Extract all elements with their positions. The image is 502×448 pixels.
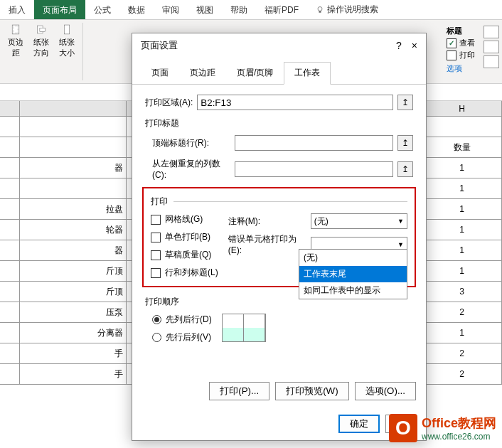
grid-cell[interactable]: 2 bbox=[422, 364, 502, 384]
top-row-input[interactable] bbox=[235, 135, 393, 151]
dialog-tabs: 页面 页边距 页眉/页脚 工作表 bbox=[132, 62, 426, 85]
row-header[interactable] bbox=[0, 343, 20, 363]
row-header[interactable] bbox=[0, 302, 20, 322]
ribbon-tab-pagelayout[interactable]: 页面布局 bbox=[34, 0, 85, 19]
size-icon bbox=[58, 24, 75, 36]
dialog-help-button[interactable]: ? bbox=[396, 40, 402, 51]
row-header[interactable] bbox=[0, 240, 20, 260]
dialog-body: 打印区域(A): ↥ 打印标题 顶端标题行(R): ↥ 从左侧重复的列数(C):… bbox=[132, 85, 426, 353]
grid-cell[interactable]: 手 bbox=[20, 364, 127, 384]
grid-cell[interactable]: 2 bbox=[422, 302, 502, 322]
grid-cell[interactable]: 拉盘 bbox=[20, 199, 127, 219]
ribbon-tab-formulas[interactable]: 公式 bbox=[85, 0, 119, 19]
dialog-tab-sheet[interactable]: 工作表 bbox=[284, 62, 331, 85]
left-col-label: 从左侧重复的列数(C): bbox=[152, 158, 230, 180]
ok-button[interactable]: 确定 bbox=[338, 415, 380, 433]
grid-cell[interactable]: 2 bbox=[422, 343, 502, 363]
margins-button[interactable]: 页边距 bbox=[4, 24, 27, 58]
blackwhite-checkbox[interactable]: 单色打印(B) bbox=[151, 231, 218, 243]
row-header[interactable] bbox=[0, 364, 20, 384]
svg-rect-5 bbox=[40, 28, 45, 31]
row-header[interactable] bbox=[0, 261, 20, 281]
order-over-radio[interactable]: 先行后列(V) bbox=[152, 331, 212, 343]
row-header[interactable] bbox=[0, 323, 20, 343]
ribbon-tab-review[interactable]: 审阅 bbox=[154, 0, 188, 19]
row-header[interactable] bbox=[0, 220, 20, 240]
grid-cell[interactable]: 1 bbox=[422, 178, 502, 198]
row-header[interactable] bbox=[0, 178, 20, 198]
row-header[interactable] bbox=[0, 282, 20, 302]
ribbon-tab-data[interactable]: 数据 bbox=[119, 0, 154, 19]
dropdown-item-displayed[interactable]: 如同工作表中的显示 bbox=[299, 282, 407, 299]
bring-forward-icon[interactable] bbox=[484, 26, 499, 38]
grid-cell[interactable] bbox=[20, 117, 127, 137]
dialog-tab-page[interactable]: 页面 bbox=[141, 62, 179, 84]
print-area-input[interactable] bbox=[197, 95, 393, 110]
dropdown-item-none[interactable]: (无) bbox=[299, 250, 407, 266]
grid-cell[interactable]: 1 bbox=[422, 261, 502, 281]
grid-cell[interactable] bbox=[422, 117, 502, 137]
collapse-icon[interactable]: ↥ bbox=[397, 135, 413, 151]
order-section: 打印顺序 先列后行(D) 先行后列(V) bbox=[145, 296, 413, 343]
ribbon-tab-help[interactable]: 帮助 bbox=[222, 0, 256, 19]
ribbon-tab-foxit[interactable]: 福昕PDF bbox=[256, 0, 307, 19]
row-header[interactable] bbox=[0, 117, 20, 137]
collapse-icon[interactable]: ↥ bbox=[397, 161, 413, 177]
orientation-button[interactable]: 纸张方向 bbox=[30, 24, 53, 58]
comments-combo[interactable]: (无) ▼ bbox=[311, 213, 407, 229]
grid-cell[interactable] bbox=[20, 178, 127, 198]
preview-button[interactable]: 打印预览(W) bbox=[275, 382, 348, 400]
row-header[interactable] bbox=[0, 199, 20, 219]
size-button[interactable]: 纸张大小 bbox=[55, 24, 78, 58]
grid-cell[interactable]: 1 bbox=[422, 199, 502, 219]
grid-cell[interactable]: 手 bbox=[20, 343, 127, 363]
grid-cell[interactable]: 1 bbox=[422, 158, 502, 178]
row-header[interactable] bbox=[0, 158, 20, 178]
titles-print-row[interactable]: 打印 bbox=[447, 50, 475, 60]
rowcol-checkbox[interactable]: 行和列标题(L) bbox=[151, 267, 218, 279]
dialog-close-button[interactable]: × bbox=[412, 40, 417, 51]
draft-checkbox[interactable]: 草稿质量(Q) bbox=[151, 249, 218, 261]
grid-cell[interactable]: 斤顶 bbox=[20, 261, 127, 281]
grid-cell[interactable]: 器 bbox=[20, 158, 127, 178]
ribbon-tab-view[interactable]: 视图 bbox=[188, 0, 222, 19]
grid-cell[interactable]: 3 bbox=[422, 282, 502, 302]
orientation-icon bbox=[33, 24, 50, 36]
ribbon-tell-me[interactable]: 操作说明搜索 bbox=[307, 0, 387, 19]
comments-label: 注释(M): bbox=[228, 215, 306, 228]
print-button[interactable]: 打印(P)... bbox=[209, 382, 269, 400]
view-checkbox[interactable] bbox=[447, 38, 456, 48]
options-link[interactable]: 选项 bbox=[447, 63, 475, 74]
dropdown-item-end[interactable]: 工作表末尾 bbox=[299, 266, 407, 282]
gridlines-checkbox[interactable]: 网格线(G) bbox=[151, 213, 218, 225]
left-col-input[interactable] bbox=[235, 161, 393, 177]
dialog-tab-margins[interactable]: 页边距 bbox=[179, 62, 226, 84]
print-checkbox[interactable] bbox=[447, 50, 456, 60]
grid-cell[interactable]: 1 bbox=[422, 323, 502, 343]
order-down-radio[interactable]: 先列后行(D) bbox=[152, 314, 212, 326]
grid-cell[interactable]: 压泵 bbox=[20, 302, 127, 322]
grid-cell[interactable]: 1 bbox=[422, 240, 502, 260]
collapse-icon[interactable]: ↥ bbox=[397, 95, 413, 110]
grid-cell[interactable]: 轮器 bbox=[20, 220, 127, 240]
send-backward-icon[interactable] bbox=[484, 41, 499, 53]
grid-cell[interactable]: 器 bbox=[20, 240, 127, 260]
col-header-h[interactable]: H bbox=[422, 101, 502, 116]
row-header[interactable] bbox=[0, 137, 20, 157]
options-button[interactable]: 选项(O)... bbox=[355, 382, 416, 400]
dialog-titlebar[interactable]: 页面设置 ? × bbox=[132, 33, 426, 58]
grid-cell[interactable]: 斤顶 bbox=[20, 282, 127, 302]
titles-group: 标题 查看 打印 选项 bbox=[441, 23, 481, 80]
orientation-label: 纸张方向 bbox=[30, 37, 53, 58]
errors-label: 错误单元格打印为(E): bbox=[228, 233, 306, 255]
grid-cell[interactable]: 分离器 bbox=[20, 323, 127, 343]
grid-cell[interactable]: 数量 bbox=[422, 137, 502, 157]
ribbon-tab-insert[interactable]: 插入 bbox=[0, 0, 34, 19]
grid-cell[interactable]: 1 bbox=[422, 220, 502, 240]
col-header-b[interactable] bbox=[20, 101, 127, 116]
titles-view-row[interactable]: 查看 bbox=[447, 38, 475, 48]
grid-cell[interactable] bbox=[20, 137, 127, 157]
selection-pane-icon[interactable] bbox=[484, 55, 499, 68]
select-all-corner[interactable] bbox=[0, 101, 20, 116]
dialog-tab-header[interactable]: 页眉/页脚 bbox=[226, 62, 284, 84]
